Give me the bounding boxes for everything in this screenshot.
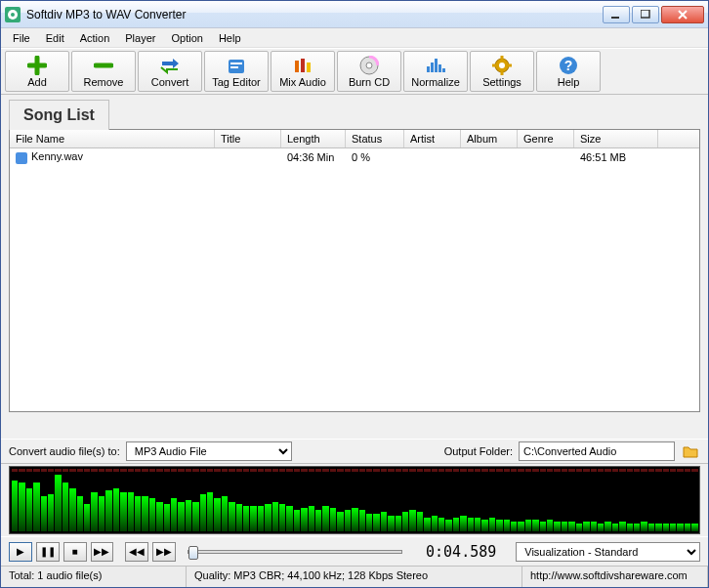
column-header-size[interactable]: Size bbox=[574, 130, 658, 147]
gear-icon bbox=[490, 56, 514, 75]
toolbar: AddRemoveConvertTag EditorMix AudioBurn … bbox=[1, 48, 708, 95]
app-icon bbox=[5, 7, 21, 22]
stop-button[interactable]: ■ bbox=[63, 542, 87, 562]
svg-point-12 bbox=[366, 63, 372, 68]
convert-icon bbox=[158, 56, 182, 75]
menu-player[interactable]: Player bbox=[117, 30, 163, 46]
svg-rect-7 bbox=[230, 66, 238, 68]
player-controls: ▶ ❚❚ ■ ▶▶ ◀◀ ▶▶ 0:04.589 Visualization -… bbox=[1, 536, 708, 566]
svg-rect-17 bbox=[442, 68, 445, 72]
file-icon bbox=[16, 152, 27, 164]
output-folder-label: Output Folder: bbox=[444, 445, 513, 457]
toolbar-tag-editor-button[interactable]: Tag Editor bbox=[204, 51, 269, 92]
statusbar: Total: 1 audio file(s) Quality: MP3 CBR;… bbox=[1, 566, 708, 587]
convert-bar: Convert audio file(s) to: MP3 Audio File… bbox=[1, 439, 708, 464]
svg-rect-9 bbox=[301, 59, 305, 72]
status-url: http://www.softdivshareware.com bbox=[522, 567, 708, 587]
toolbar-settings-button[interactable]: Settings bbox=[470, 51, 534, 92]
toolbar-mix-audio-button[interactable]: Mix Audio bbox=[271, 51, 335, 92]
close-button[interactable] bbox=[661, 6, 704, 23]
tag-icon bbox=[225, 56, 248, 75]
toolbar-normalize-button[interactable]: Normalize bbox=[403, 51, 468, 92]
column-header-artist[interactable]: Artist bbox=[404, 130, 461, 147]
svg-rect-8 bbox=[295, 61, 299, 72]
column-header-file-name[interactable]: File Name bbox=[10, 130, 215, 147]
format-select[interactable]: MP3 Audio File bbox=[126, 441, 292, 461]
column-header-album[interactable]: Album bbox=[461, 130, 518, 147]
svg-rect-14 bbox=[431, 63, 434, 72]
menu-file[interactable]: File bbox=[5, 30, 38, 46]
play-button[interactable]: ▶ bbox=[9, 542, 32, 562]
svg-rect-3 bbox=[611, 17, 619, 19]
browse-folder-button[interactable] bbox=[681, 442, 700, 460]
titlebar: Softdiv MP3 to WAV Converter bbox=[1, 1, 708, 28]
column-header-status[interactable]: Status bbox=[346, 130, 404, 147]
svg-rect-10 bbox=[307, 63, 311, 72]
svg-point-2 bbox=[11, 13, 15, 17]
menu-option[interactable]: Option bbox=[163, 30, 210, 46]
svg-rect-15 bbox=[435, 59, 438, 72]
next-button[interactable]: ▶▶ bbox=[91, 542, 114, 562]
column-header-length[interactable]: Length bbox=[281, 130, 346, 147]
toolbar-remove-button[interactable]: Remove bbox=[71, 51, 136, 92]
songlist-tab[interactable]: Song List bbox=[9, 100, 109, 130]
menu-help[interactable]: Help bbox=[211, 30, 249, 46]
svg-rect-16 bbox=[438, 64, 441, 72]
forward-button[interactable]: ▶▶ bbox=[152, 542, 176, 562]
maximize-button[interactable] bbox=[632, 6, 659, 23]
table-row[interactable]: Kenny.wav04:36 Min0 %46:51 MB bbox=[10, 148, 699, 166]
pause-button[interactable]: ❚❚ bbox=[36, 542, 60, 562]
svg-text:?: ? bbox=[564, 58, 573, 73]
cd-icon bbox=[357, 56, 381, 75]
convert-to-label: Convert audio file(s) to: bbox=[9, 445, 120, 457]
menu-action[interactable]: Action bbox=[72, 30, 118, 46]
status-total: Total: 1 audio file(s) bbox=[1, 567, 187, 587]
toolbar-convert-button[interactable]: Convert bbox=[138, 51, 202, 92]
minus-icon bbox=[92, 56, 115, 75]
songlist-table: File NameTitleLengthStatusArtistAlbumGen… bbox=[9, 129, 700, 412]
svg-rect-13 bbox=[427, 66, 430, 72]
status-quality: Quality: MP3 CBR; 44,100 kHz; 128 Kbps S… bbox=[187, 567, 522, 587]
menu-edit[interactable]: Edit bbox=[38, 30, 72, 46]
toolbar-add-button[interactable]: Add bbox=[5, 51, 69, 92]
svg-point-19 bbox=[499, 63, 505, 68]
slider-thumb[interactable] bbox=[188, 546, 198, 560]
audio-visualizer bbox=[9, 466, 700, 534]
svg-rect-4 bbox=[641, 10, 649, 18]
help-icon: ? bbox=[557, 56, 580, 75]
visualization-select[interactable]: Visualization - Standard bbox=[516, 542, 700, 562]
output-folder-input[interactable] bbox=[519, 441, 675, 461]
songlist-body[interactable]: Kenny.wav04:36 Min0 %46:51 MB bbox=[10, 148, 699, 411]
svg-rect-6 bbox=[230, 63, 242, 64]
toolbar-help-button[interactable]: ?Help bbox=[536, 51, 601, 92]
folder-icon bbox=[683, 444, 698, 458]
window-title: Softdiv MP3 to WAV Converter bbox=[26, 8, 603, 21]
toolbar-burn-cd-button[interactable]: Burn CD bbox=[337, 51, 401, 92]
column-header-title[interactable]: Title bbox=[215, 130, 281, 147]
seek-slider[interactable] bbox=[188, 550, 402, 554]
column-header-genre[interactable]: Genre bbox=[518, 130, 574, 147]
plus-icon bbox=[25, 56, 49, 75]
mix-icon bbox=[291, 56, 314, 75]
rewind-button[interactable]: ◀◀ bbox=[125, 542, 148, 562]
menubar: File Edit Action Player Option Help bbox=[1, 28, 708, 48]
minimize-button[interactable] bbox=[603, 6, 630, 23]
timecode: 0:04.589 bbox=[426, 543, 496, 561]
normalize-icon bbox=[424, 56, 447, 75]
